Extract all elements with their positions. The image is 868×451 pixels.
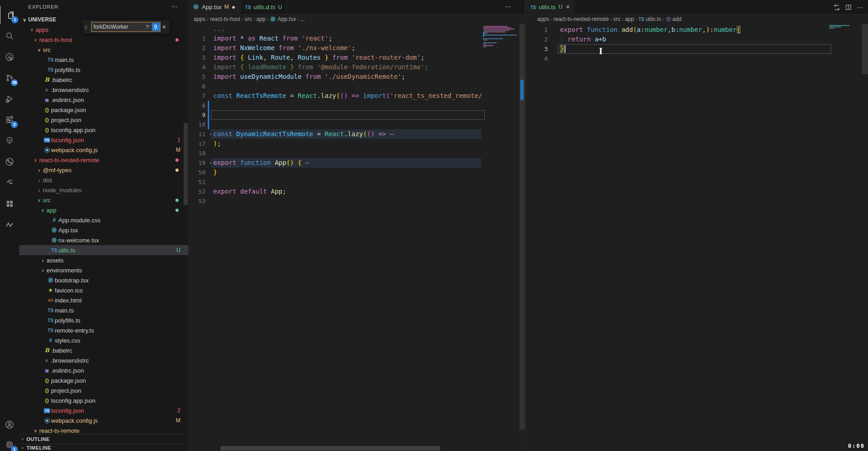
tree-item-webpack.config.js[interactable]: webpack.config.jsM xyxy=(19,415,188,425)
horizontal-scrollbar[interactable] xyxy=(221,446,440,451)
tree-item-app.tsx[interactable]: App.tsx xyxy=(19,225,188,235)
tab-utils.d.ts[interactable]: TSutils.d.tsU xyxy=(241,0,287,14)
tree-item-.babelrc[interactable]: B.babelrc xyxy=(19,345,188,355)
tree-item-app.module.css[interactable]: #App.module.css xyxy=(19,215,188,225)
tree-item-react-ts-nested-remote[interactable]: ∨react-ts-nested-remote xyxy=(19,155,188,165)
activity-item-remote-tool[interactable] xyxy=(0,48,19,66)
tree-item-assets[interactable]: ›assets xyxy=(19,255,188,265)
tree-item-index.html[interactable]: <>index.html xyxy=(19,295,188,305)
tree-item-tsconfig.app.json[interactable]: {}tsconfig.app.json xyxy=(19,125,188,135)
sidebar-more-actions-button[interactable]: ⋯ xyxy=(169,1,180,12)
tree-item-@mf-types[interactable]: ›@mf-types xyxy=(19,165,188,175)
tree-item-.browserslistrc[interactable]: ≡.browserslistrc xyxy=(19,355,188,365)
activity-item-source-control[interactable]: 38 xyxy=(0,69,19,87)
editor-more-actions-button[interactable]: ⋯ xyxy=(505,3,511,10)
tree-item-.browserslistrc[interactable]: ≡.browserslistrc xyxy=(19,85,188,95)
tree-item-dist[interactable]: ›dist xyxy=(19,175,188,185)
tree-item-polyfills.ts[interactable]: TSpolyfills.ts xyxy=(19,315,188,325)
filter-icon[interactable] xyxy=(144,23,152,31)
tree-item-.eslintrc.json[interactable]: ◉.eslintrc.json xyxy=(19,365,188,375)
editor-scrollbar[interactable] xyxy=(862,24,868,451)
fold-chevron-icon[interactable]: › xyxy=(209,129,212,139)
breadcrumb-item[interactable]: TSutils.ts xyxy=(638,16,661,22)
activity-item-wave-panel[interactable] xyxy=(0,215,19,234)
breadcrumb-item[interactable]: apps xyxy=(537,16,549,22)
minimap[interactable] xyxy=(483,24,519,451)
fold-chevron-icon[interactable]: › xyxy=(209,158,212,168)
activity-item-search[interactable] xyxy=(0,27,19,45)
tab-bar: App.tsxM●TSutils.d.tsU xyxy=(188,0,525,15)
breadcrumb-item[interactable]: src xyxy=(613,16,621,22)
breadcrumb-item[interactable]: react-ts-host xyxy=(210,16,241,22)
tree-item-nx-welcome.tsx[interactable]: nx-welcome.tsx xyxy=(19,235,188,245)
tab-label: utils.d.ts xyxy=(254,4,276,10)
outline-section[interactable]: › OUTLINE xyxy=(19,434,188,444)
tree-item-environments[interactable]: ›environments xyxy=(19,265,188,275)
tree-item-bootstrap.tsx[interactable]: bootstrap.tsx xyxy=(19,275,188,285)
tree-item-label: polyfills.ts xyxy=(55,67,80,73)
tree-item-remote-entry.ts[interactable]: TSremote-entry.ts xyxy=(19,325,188,335)
close-icon[interactable]: × xyxy=(566,3,570,10)
tree-item-react-ts-host[interactable]: ∨react-ts-host xyxy=(19,35,188,45)
chevron-down-icon: ∨ xyxy=(28,27,36,32)
activity-item-settings[interactable]: 1 xyxy=(0,436,19,451)
tree-item-main.ts[interactable]: TSmain.ts xyxy=(19,55,188,65)
tree-item-project.json[interactable]: {}project.json xyxy=(19,115,188,125)
tree-item-polyfills.ts[interactable]: TSpolyfills.ts xyxy=(19,65,188,75)
activity-item-accounts[interactable] xyxy=(0,415,19,434)
activity-item-run-debug[interactable] xyxy=(0,90,19,108)
webpack-file-icon xyxy=(43,418,51,424)
action-more-actions-button[interactable]: ⋯ xyxy=(855,2,865,12)
tree-item-.eslintrc.json[interactable]: ◉.eslintrc.json xyxy=(19,95,188,105)
modified-gutter-bar xyxy=(208,101,209,110)
dirty-dot-icon[interactable]: ● xyxy=(231,5,235,9)
line-number: 17 xyxy=(188,139,205,149)
breadcrumb-item[interactable]: app xyxy=(625,16,634,22)
activity-item-grid-panel[interactable] xyxy=(0,195,19,213)
tree-item-utils.ts[interactable]: TSutils.tsU xyxy=(19,245,188,255)
breadcrumb-item[interactable]: App.tsx xyxy=(270,16,296,22)
breadcrumb-item[interactable]: apps xyxy=(194,16,205,22)
tab-App.tsx[interactable]: App.tsxM● xyxy=(188,0,241,14)
breadcrumb-item[interactable]: react-ts-nested-remote xyxy=(554,16,609,22)
minimap[interactable] xyxy=(829,24,860,451)
activity-item-git-graph[interactable] xyxy=(0,153,19,171)
code-text: export function App() { ⋯ xyxy=(213,158,483,168)
action-open-changes-button[interactable] xyxy=(832,2,842,12)
tree-item-tsconfig.json[interactable]: TStsconfig.json1 xyxy=(19,135,188,145)
tree-item-src[interactable]: ∨src xyxy=(19,195,188,205)
tree-item-project.json[interactable]: {}project.json xyxy=(19,385,188,395)
tree-item-package.json[interactable]: {}package.json xyxy=(19,375,188,385)
tree-item-webpack.config.js[interactable]: webpack.config.jsM xyxy=(19,145,188,155)
minimap-modified-marker xyxy=(483,31,484,37)
tree-item-.babelrc[interactable]: B.babelrc xyxy=(19,75,188,85)
tree-item-main.ts[interactable]: TSmain.ts xyxy=(19,305,188,315)
activity-item-explorer[interactable]: 1 xyxy=(0,6,20,24)
close-icon[interactable]: × xyxy=(160,23,168,31)
tree-item-package.json[interactable]: {}package.json xyxy=(19,105,188,115)
tree-item-src[interactable]: ∨src xyxy=(19,45,188,55)
drag-handle-icon[interactable]: ⣿ xyxy=(85,25,89,29)
breadcrumb-item[interactable]: ... xyxy=(300,16,305,22)
timeline-section[interactable]: › TIMELINE xyxy=(19,444,188,451)
tree-item-app[interactable]: ∨app xyxy=(19,205,188,215)
tree-item-styles.css[interactable]: #styles.css xyxy=(19,335,188,345)
activity-item-nx-console[interactable] xyxy=(0,174,19,192)
tree-item-tsconfig.json[interactable]: TStsconfig.json2 xyxy=(19,405,188,415)
fuzzy-match-icon[interactable] xyxy=(152,23,160,31)
sidebar-scrollbar[interactable] xyxy=(184,123,188,205)
tree-find-input[interactable] xyxy=(92,24,144,30)
breadcrumb-item[interactable]: src xyxy=(245,16,252,22)
scrollbar-slider[interactable] xyxy=(862,24,868,74)
action-split-editor-button[interactable] xyxy=(843,2,853,12)
testing-tree-icon xyxy=(5,136,14,145)
tab-utils.ts[interactable]: TSutils.tsU× xyxy=(526,0,575,14)
editor-scrollbar[interactable] xyxy=(519,24,525,451)
activity-item-testing-tree[interactable] xyxy=(0,132,19,150)
activity-item-extensions[interactable]: 3 xyxy=(0,111,19,129)
breadcrumb-item[interactable]: add xyxy=(666,16,682,22)
tree-item-favicon.ico[interactable]: ★favicon.ico xyxy=(19,285,188,295)
tree-item-tsconfig.app.json[interactable]: {}tsconfig.app.json xyxy=(19,395,188,405)
breadcrumb-item[interactable]: app xyxy=(257,16,266,22)
tree-item-node-modules[interactable]: ›node_modules xyxy=(19,185,188,195)
